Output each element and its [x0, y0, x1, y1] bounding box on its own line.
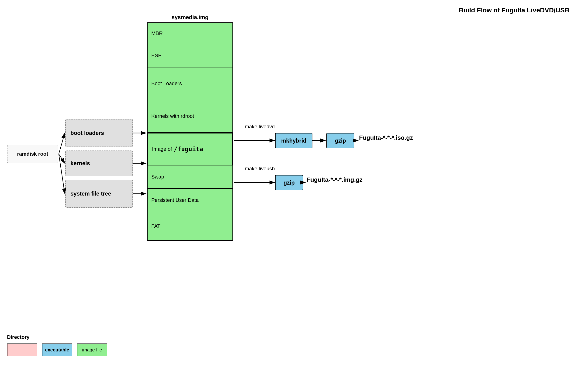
section-persistent: Persistent User Data — [147, 189, 232, 212]
system-file-tree-box: system file tree — [65, 180, 133, 208]
gzip-dvd-box: gzip — [326, 133, 354, 148]
sysmedia-container: sysmedia.img MBR ESP Boot Loaders Kernel… — [147, 14, 233, 241]
legend-items: executable image file — [7, 343, 107, 356]
section-mbr: MBR — [147, 23, 232, 44]
legend-directory — [7, 343, 37, 356]
legend: Directory executable image file — [7, 334, 107, 356]
section-kernels: Kernels with rdroot — [147, 100, 232, 133]
mkhybrid-box: mkhybrid — [275, 133, 312, 148]
section-image-of: Image of /fuguita — [147, 133, 232, 165]
section-esp: ESP — [147, 44, 232, 67]
ramdisk-root-box: ramdisk root — [7, 145, 58, 163]
section-bootloaders: Boot Loaders — [147, 67, 232, 100]
boot-loaders-box: boot loaders — [65, 119, 133, 147]
svg-line-3 — [59, 154, 65, 194]
legend-imagefile: image file — [77, 343, 107, 356]
svg-line-1 — [59, 133, 65, 154]
output-iso-label: FuguIta-*-*-*.iso.gz — [359, 134, 413, 141]
legend-title: Directory — [7, 334, 107, 340]
section-fat: FAT — [147, 212, 232, 240]
svg-line-2 — [59, 154, 65, 163]
gzip-usb-box: gzip — [275, 175, 303, 190]
sysmedia-img: MBR ESP Boot Loaders Kernels with rdroot… — [147, 22, 233, 241]
make-livedvd-label: make livedvd — [245, 124, 275, 130]
sysmedia-label: sysmedia.img — [147, 14, 233, 21]
output-img-label: FuguIta-*-*-*.img.gz — [307, 176, 363, 183]
page-title: Build Flow of FuguIta LiveDVD/USB — [459, 7, 569, 14]
diagram-container: Build Flow of FuguIta LiveDVD/USB ramdis… — [0, 0, 588, 375]
section-swap: Swap — [147, 165, 232, 189]
make-liveusb-label: make liveusb — [245, 166, 275, 172]
legend-executable: executable — [42, 343, 72, 356]
kernels-box: kernels — [65, 151, 133, 176]
